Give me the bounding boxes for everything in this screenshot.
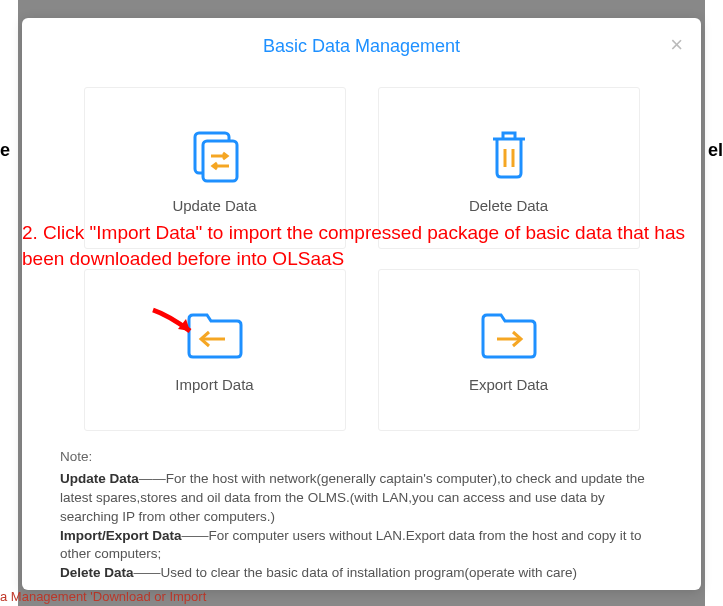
folder-export-icon [477, 307, 541, 362]
notes-block: Note: Update Data——For the host with net… [60, 448, 663, 583]
svg-rect-1 [203, 141, 237, 181]
modal-title: Basic Data Management [22, 36, 701, 57]
annotation-arrow-icon [148, 305, 208, 345]
modal-basic-data-management: × Basic Data Management Update Data De [22, 18, 701, 590]
close-icon[interactable]: × [670, 34, 683, 56]
bg-text-right: el [708, 140, 723, 161]
annotation-instruction: 2. Click "Import Data" to import the com… [22, 220, 701, 271]
tile-import-data[interactable]: Import Data [84, 269, 346, 431]
trash-icon [479, 123, 539, 183]
bg-text-left: e [0, 140, 10, 161]
bg-text-bottom: a Management 'Download or Import [0, 589, 206, 604]
notes-line-update: Update Data——For the host with network(g… [60, 470, 663, 527]
notes-header: Note: [60, 448, 663, 467]
tile-label: Export Data [469, 376, 548, 393]
tile-label: Update Data [172, 197, 256, 214]
tile-label: Delete Data [469, 197, 548, 214]
tile-label: Import Data [175, 376, 253, 393]
update-icon [185, 123, 245, 183]
notes-line-import-export: Import/Export Data——For computer users w… [60, 527, 663, 565]
tile-export-data[interactable]: Export Data [378, 269, 640, 431]
notes-line-delete: Delete Data——Used to clear the basic dat… [60, 564, 663, 583]
